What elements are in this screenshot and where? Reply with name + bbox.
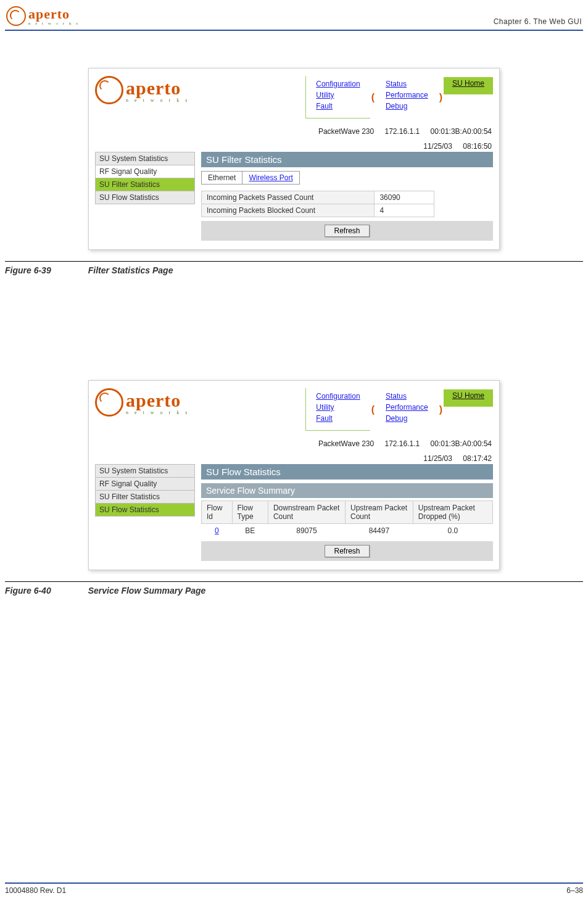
menu-link-performance[interactable]: Performance <box>386 403 428 412</box>
menu-group-2: Status Performance Debug <box>376 388 438 426</box>
swirl-icon <box>95 76 123 104</box>
paren-left-icon: ( <box>370 406 376 413</box>
time-value: 08:17:42 <box>463 454 492 463</box>
col-up-count: Upstream Packet Count <box>346 501 413 524</box>
device-model: PacketWave 230 <box>318 127 374 136</box>
figure-rule <box>5 581 583 582</box>
device-info-line: PacketWave 230 172.16.1.1 00:01:3B:A0:00… <box>89 434 499 449</box>
app-logo: aperto n e t w o r k s <box>95 76 189 104</box>
logo-word: aperto <box>28 6 80 22</box>
device-mac: 00:01:3B:A0:00:54 <box>431 439 492 448</box>
tab-wireless-port[interactable]: Wireless Port <box>242 172 299 184</box>
app-logo-sub: n e t w o r k s <box>126 410 189 415</box>
app-logo-word: aperto <box>126 78 189 99</box>
flow-summary-screenshot: aperto n e t w o r k s Configuration Uti… <box>88 380 500 570</box>
button-row: Refresh <box>201 541 493 561</box>
menu-link-fault[interactable]: Fault <box>316 414 333 423</box>
tab-ethernet[interactable]: Ethernet <box>202 172 242 184</box>
paren-left-icon: ( <box>370 94 376 101</box>
row-value: 36090 <box>375 191 434 204</box>
row-value: 4 <box>375 204 434 217</box>
figure-number: Figure 6-39 <box>5 265 51 275</box>
device-mac: 00:01:3B:A0:00:54 <box>431 127 492 136</box>
drop-pct-value: 0.0 <box>413 524 492 538</box>
col-flow-id: Flow Id <box>202 501 233 524</box>
header-rule <box>5 30 583 31</box>
col-flow-type: Flow Type <box>232 501 268 524</box>
table-row: 0 BE 89075 84497 0.0 <box>202 524 493 538</box>
menu-link-status[interactable]: Status <box>386 392 407 401</box>
datetime-line: 11/25/03 08:16:50 <box>89 137 499 152</box>
paren-right-icon: ) <box>438 94 444 101</box>
button-row: Refresh <box>201 221 493 241</box>
content-title: SU Flow Statistics <box>201 464 493 480</box>
refresh-button[interactable]: Refresh <box>325 225 369 237</box>
content-subtitle: Service Flow Summary <box>201 483 493 498</box>
device-model: PacketWave 230 <box>318 439 374 448</box>
brand-logo: aperto n e t w o r k s <box>6 6 80 26</box>
device-ip: 172.16.1.1 <box>385 439 420 448</box>
sidebar-item-flow-stats[interactable]: SU Flow Statistics <box>96 504 194 516</box>
sidebar-item-filter-stats[interactable]: SU Filter Statistics <box>96 178 194 191</box>
filter-stats-table: Incoming Packets Passed Count 36090 Inco… <box>201 191 434 217</box>
table-row: Incoming Packets Passed Count 36090 <box>202 191 434 204</box>
figure-number: Figure 6-40 <box>5 586 51 596</box>
up-count-value: 84497 <box>346 524 413 538</box>
menu-link-utility[interactable]: Utility <box>316 91 334 99</box>
menu-group-1: Configuration Utility Fault <box>305 388 370 431</box>
figure-title: Filter Statistics Page <box>88 265 173 275</box>
sidebar-nav: SU System Statistics RF Signal Quality S… <box>95 464 195 517</box>
filter-stats-screenshot: aperto n e t w o r k s Configuration Uti… <box>88 68 500 250</box>
datetime-line: 11/25/03 08:17:42 <box>89 449 499 464</box>
device-ip: 172.16.1.1 <box>385 127 420 136</box>
menu-link-status[interactable]: Status <box>386 80 407 88</box>
su-home-button[interactable]: SU Home <box>444 77 493 94</box>
menu-group-1: Configuration Utility Fault <box>305 76 370 118</box>
swirl-icon <box>6 6 26 26</box>
col-down-count: Downstream Packet Count <box>268 501 345 524</box>
sidebar-nav: SU System Statistics RF Signal Quality S… <box>95 152 195 204</box>
date-value: 11/25/03 <box>423 142 452 151</box>
paren-right-icon: ) <box>438 406 444 413</box>
col-drop-pct: Upstream Packet Dropped (%) <box>413 501 492 524</box>
menu-link-configuration[interactable]: Configuration <box>316 80 360 88</box>
sidebar-item-rf-quality[interactable]: RF Signal Quality <box>96 165 194 178</box>
menu-link-performance[interactable]: Performance <box>386 91 428 99</box>
sidebar-item-filter-stats[interactable]: SU Filter Statistics <box>96 491 194 504</box>
date-value: 11/25/03 <box>423 454 452 463</box>
footer-revision: 10004880 Rev. D1 <box>5 886 66 895</box>
sidebar-item-system-stats[interactable]: SU System Statistics <box>96 465 194 478</box>
menu-link-debug[interactable]: Debug <box>386 102 407 110</box>
logo-subword: n e t w o r k s <box>28 21 80 26</box>
swirl-icon <box>95 388 123 417</box>
app-logo-sub: n e t w o r k s <box>126 98 189 103</box>
footer-rule <box>5 882 583 884</box>
app-logo-word: aperto <box>126 390 189 411</box>
refresh-button[interactable]: Refresh <box>325 545 369 557</box>
menu-link-debug[interactable]: Debug <box>386 414 407 423</box>
row-label: Incoming Packets Blocked Count <box>202 204 375 217</box>
sidebar-item-rf-quality[interactable]: RF Signal Quality <box>96 478 194 491</box>
figure-title: Service Flow Summary Page <box>88 586 206 596</box>
content-title: SU Filter Statistics <box>201 152 493 167</box>
down-count-value: 89075 <box>268 524 345 538</box>
flow-type-value: BE <box>232 524 268 538</box>
table-row: Incoming Packets Blocked Count 4 <box>202 204 434 217</box>
device-info-line: PacketWave 230 172.16.1.1 00:01:3B:A0:00… <box>89 122 499 137</box>
port-tabs: Ethernet Wireless Port <box>201 171 300 185</box>
menu-link-fault[interactable]: Fault <box>316 102 333 110</box>
time-value: 08:16:50 <box>463 142 492 151</box>
row-label: Incoming Packets Passed Count <box>202 191 375 204</box>
menu-group-2: Status Performance Debug <box>376 76 438 114</box>
menu-link-configuration[interactable]: Configuration <box>316 392 360 401</box>
flow-summary-table: Flow Id Flow Type Downstream Packet Coun… <box>201 500 493 538</box>
chapter-title: Chapter 6. The Web GUI <box>494 17 582 26</box>
su-home-button[interactable]: SU Home <box>444 389 493 407</box>
sidebar-item-flow-stats[interactable]: SU Flow Statistics <box>96 191 194 204</box>
footer-page-number: 6–38 <box>566 886 583 895</box>
figure-rule <box>5 261 583 262</box>
sidebar-item-system-stats[interactable]: SU System Statistics <box>96 152 194 165</box>
app-logo: aperto n e t w o r k s <box>95 388 189 417</box>
flow-id-link[interactable]: 0 <box>202 524 233 538</box>
menu-link-utility[interactable]: Utility <box>316 403 334 412</box>
